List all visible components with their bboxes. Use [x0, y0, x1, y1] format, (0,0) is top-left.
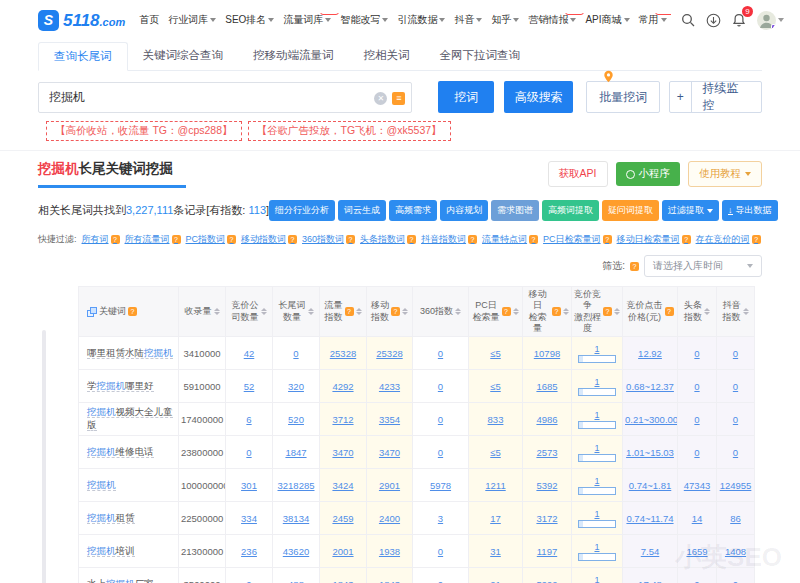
- cell-link[interactable]: 0: [293, 348, 298, 359]
- cell-link[interactable]: 3470: [379, 447, 400, 458]
- cell-link[interactable]: 0: [694, 348, 699, 359]
- column-header[interactable]: 360指数: [413, 287, 469, 337]
- nav-item[interactable]: 知乎: [491, 13, 519, 27]
- quick-filter-link[interactable]: 所有流量词?: [125, 233, 181, 246]
- cell-link[interactable]: 520: [288, 414, 304, 425]
- continuous-monitor-button[interactable]: 持续监控: [692, 80, 761, 114]
- cell-link[interactable]: 2901: [379, 480, 400, 491]
- quick-filter-link[interactable]: 移动指数词?: [241, 233, 297, 246]
- nav-item[interactable]: 营销情报HOT: [528, 13, 576, 27]
- cell-link[interactable]: ≤5: [490, 381, 501, 392]
- action-button[interactable]: 细分行业分析: [269, 200, 335, 221]
- cell-link[interactable]: 0: [246, 579, 251, 583]
- clear-input-icon[interactable]: ✕: [374, 92, 387, 105]
- sort-icon[interactable]: [743, 308, 749, 315]
- nav-item[interactable]: 常用HOT: [639, 13, 667, 27]
- bell-icon[interactable]: 9: [732, 13, 746, 28]
- cell-link[interactable]: 1843: [332, 579, 353, 583]
- help-icon[interactable]: ?: [227, 235, 236, 244]
- action-button[interactable]: 内容规划: [440, 200, 488, 221]
- column-header[interactable]: 抖音 指数: [717, 287, 755, 337]
- cell-link[interactable]: 2400: [379, 513, 400, 524]
- help-icon[interactable]: ?: [682, 235, 691, 244]
- nav-item[interactable]: SEO排名: [225, 13, 274, 27]
- column-header[interactable]: 头条 指数: [678, 287, 717, 337]
- cell-link[interactable]: 1843: [379, 579, 400, 583]
- quick-filter-link[interactable]: PC指数词?: [186, 233, 237, 246]
- column-header[interactable]: 移动 指数?: [367, 287, 413, 337]
- sort-icon[interactable]: [513, 308, 519, 315]
- cell-link[interactable]: 43620: [283, 546, 309, 557]
- cell-link[interactable]: 52: [244, 381, 255, 392]
- cell-link[interactable]: 0: [733, 348, 738, 359]
- bar-value[interactable]: 1: [594, 344, 599, 354]
- cell-link[interactable]: 25328: [330, 348, 356, 359]
- cell-link[interactable]: 17.48: [638, 579, 662, 583]
- cell-link[interactable]: 0.68~12.37: [626, 381, 674, 392]
- cell-link[interactable]: 5992: [536, 579, 557, 583]
- help-icon[interactable]: ?: [552, 307, 561, 316]
- column-header[interactable]: 长尾词 数量: [273, 287, 320, 337]
- bar-value[interactable]: 1: [594, 509, 599, 519]
- cell-link[interactable]: 4986: [536, 414, 557, 425]
- sort-icon[interactable]: [214, 308, 220, 315]
- cell-link[interactable]: 5978: [430, 480, 451, 491]
- tutorial-button[interactable]: 使用教程: [688, 161, 762, 187]
- quick-filter-link[interactable]: 存在竞价的词?: [696, 233, 761, 246]
- cell-link[interactable]: 320: [288, 381, 304, 392]
- cell-link[interactable]: 488: [288, 579, 304, 583]
- quick-filter-link[interactable]: 流量特点词?: [482, 233, 538, 246]
- help-icon[interactable]: ?: [529, 235, 538, 244]
- keyword-link[interactable]: 挖掘机租赁: [87, 512, 135, 524]
- help-icon[interactable]: ?: [288, 235, 297, 244]
- help-icon[interactable]: ?: [603, 307, 612, 316]
- quick-filter-link[interactable]: 所有词?: [82, 233, 120, 246]
- cell-link[interactable]: 42: [244, 348, 255, 359]
- cell-link[interactable]: 2459: [332, 513, 353, 524]
- cell-link[interactable]: 1847: [285, 447, 306, 458]
- cell-link[interactable]: 833: [488, 414, 504, 425]
- cell-link[interactable]: 12.92: [638, 348, 662, 359]
- cell-link[interactable]: 38134: [283, 513, 309, 524]
- dig-words-button[interactable]: 挖词: [438, 81, 494, 113]
- quick-filter-link[interactable]: 移动日检索量词?: [617, 233, 691, 246]
- cell-link[interactable]: 1211: [485, 480, 505, 491]
- copy-icon[interactable]: [87, 307, 97, 317]
- help-icon[interactable]: ?: [752, 235, 761, 244]
- advanced-search-button[interactable]: 高级搜索: [504, 81, 573, 113]
- cell-link[interactable]: 0: [694, 414, 699, 425]
- sort-icon[interactable]: [402, 308, 408, 315]
- cell-link[interactable]: 6: [246, 414, 251, 425]
- cell-link[interactable]: 1.01~15.03: [626, 447, 674, 458]
- cell-link[interactable]: 86: [730, 513, 741, 524]
- cell-link[interactable]: 4292: [332, 381, 353, 392]
- cell-link[interactable]: 3354: [379, 414, 400, 425]
- sort-icon[interactable]: [563, 308, 569, 315]
- cell-link[interactable]: 5392: [536, 480, 557, 491]
- cell-link[interactable]: 0: [438, 447, 443, 458]
- cell-link[interactable]: 3218285: [278, 480, 315, 491]
- search-icon[interactable]: [681, 13, 695, 27]
- column-header[interactable]: 流量 指数?: [320, 287, 367, 337]
- help-icon[interactable]: ?: [407, 235, 416, 244]
- help-icon[interactable]: ?: [665, 307, 674, 316]
- cell-link[interactable]: 0: [438, 579, 443, 583]
- bar-value[interactable]: 1: [594, 542, 599, 552]
- help-icon[interactable]: ?: [345, 307, 354, 316]
- help-icon[interactable]: ?: [468, 235, 477, 244]
- download-circle-icon[interactable]: [706, 13, 721, 28]
- help-icon[interactable]: ?: [391, 307, 400, 316]
- cell-link[interactable]: 1685: [536, 381, 557, 392]
- cell-link[interactable]: ≤5: [490, 348, 501, 359]
- sort-icon[interactable]: [356, 308, 362, 315]
- sort-icon[interactable]: [455, 308, 461, 315]
- nav-item[interactable]: 抖音: [454, 13, 482, 27]
- cell-link[interactable]: 0: [694, 579, 699, 583]
- cell-link[interactable]: 0: [438, 414, 443, 425]
- cell-link[interactable]: 1408: [725, 546, 746, 557]
- cell-link[interactable]: 236: [241, 546, 257, 557]
- intake-time-select[interactable]: 请选择入库时间: [644, 255, 762, 277]
- bar-value[interactable]: 1: [594, 443, 599, 453]
- add-monitor-button[interactable]: +: [670, 82, 692, 112]
- cell-link[interactable]: 334: [241, 513, 257, 524]
